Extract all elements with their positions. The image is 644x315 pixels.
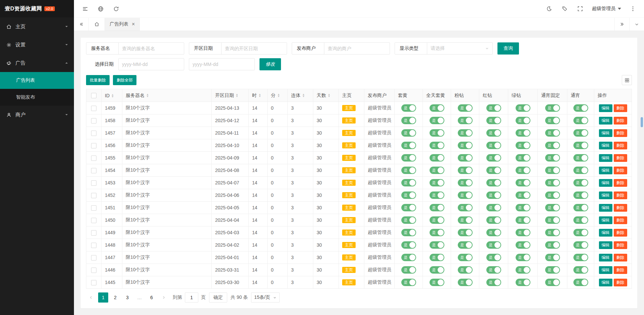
toggle-taohuang[interactable]: 是 [401,117,416,124]
delete-button[interactable]: 删除 [614,241,627,249]
pagination-prev-button[interactable] [86,292,96,303]
toggle-allday-taohuang[interactable]: 是 [430,191,444,199]
edit-button[interactable]: 编辑 [599,154,612,162]
toggle-hongzuan[interactable]: 是 [486,104,501,112]
toggle-hongzuan[interactable]: 是 [486,241,501,249]
toggle-taohuang[interactable]: 是 [401,154,416,162]
toggle-tongxiao[interactable]: 是 [573,266,588,274]
toggle-taohuang[interactable]: 是 [401,216,416,224]
toggle-tongxiao[interactable]: 是 [573,129,588,137]
toggle-hongzuan[interactable]: 是 [486,117,501,124]
toggle-hongzuan[interactable]: 是 [486,216,501,224]
open-date-input[interactable] [221,43,287,54]
toggle-tongxiao-fixed[interactable]: 是 [545,254,560,261]
tabs-scroll-left-button[interactable] [74,18,89,31]
search-button[interactable]: 查询 [497,42,519,55]
edit-button[interactable]: 编辑 [599,179,612,187]
delete-button[interactable]: 删除 [614,254,627,261]
row-checkbox[interactable] [91,180,96,186]
toggle-tongxiao[interactable]: 是 [573,179,588,186]
sort-icon[interactable]: ▲▼ [146,94,149,98]
toggle-fenzuan[interactable]: 是 [458,241,473,249]
row-checkbox[interactable] [91,118,96,124]
row-checkbox[interactable] [91,205,96,211]
toggle-tongxiao-fixed[interactable]: 是 [545,154,560,162]
toggle-allday-taohuang[interactable]: 是 [430,117,444,124]
page-size-select[interactable]: 15条/页 [251,292,279,303]
sidebar-item-merchant[interactable]: 商户 [0,106,74,124]
toggle-taohuang[interactable]: 是 [401,179,416,186]
toggle-fenzuan[interactable]: 是 [458,191,473,199]
sort-icon[interactable]: ▲▼ [258,94,261,98]
toggle-tongxiao-fixed[interactable]: 是 [545,279,560,286]
toggle-tongxiao-fixed[interactable]: 是 [545,104,560,112]
toggle-lvzuan[interactable]: 是 [516,154,530,162]
toggle-taohuang[interactable]: 是 [401,241,416,249]
toggle-fenzuan[interactable]: 是 [458,216,473,224]
toggle-allday-taohuang[interactable]: 是 [430,216,444,224]
column-filter-button[interactable] [622,75,632,85]
theme-button[interactable] [541,0,557,18]
edit-button[interactable]: 编辑 [599,129,612,137]
row-checkbox[interactable] [91,255,96,260]
toggle-lvzuan[interactable]: 是 [516,129,530,137]
toggle-allday-taohuang[interactable]: 是 [430,279,444,286]
edit-button[interactable]: 编辑 [599,229,612,237]
row-checkbox[interactable] [91,168,96,173]
toggle-lvzuan[interactable]: 是 [516,266,530,274]
toggle-lvzuan[interactable]: 是 [516,142,530,149]
toggle-hongzuan[interactable]: 是 [486,191,501,199]
tabs-scroll-right-button[interactable] [614,18,629,31]
toggle-fenzuan[interactable]: 是 [458,179,473,186]
toggle-allday-taohuang[interactable]: 是 [430,154,444,162]
close-icon[interactable]: × [132,22,135,27]
edit-button[interactable]: 编辑 [599,216,612,224]
toggle-allday-taohuang[interactable]: 是 [430,204,444,211]
col-header-hour[interactable]: 时▲▼ [249,89,268,102]
sidebar-item-ad-list[interactable]: 广告列表 [0,72,74,89]
toggle-tongxiao[interactable]: 是 [573,216,588,224]
toggle-fenzuan[interactable]: 是 [458,254,473,261]
toggle-lvzuan[interactable]: 是 [516,167,530,174]
toggle-allday-taohuang[interactable]: 是 [430,129,444,137]
tag-button[interactable] [557,0,572,18]
date-from-input[interactable] [118,58,184,70]
toggle-lvzuan[interactable]: 是 [516,229,530,236]
toggle-taohuang[interactable]: 是 [401,104,416,112]
toggle-allday-taohuang[interactable]: 是 [430,179,444,186]
toggle-hongzuan[interactable]: 是 [486,266,501,274]
toggle-hongzuan[interactable]: 是 [486,179,501,186]
edit-button[interactable]: 编辑 [599,204,612,212]
toggle-tongxiao[interactable]: 是 [573,241,588,249]
edit-button[interactable]: 编辑 [599,241,612,249]
modify-button[interactable]: 修改 [259,58,281,70]
sort-icon[interactable]: ▲▼ [111,94,114,98]
sidebar-item-settings[interactable]: 设置 [0,36,74,54]
toggle-fenzuan[interactable]: 是 [458,204,473,211]
refresh-button[interactable] [108,0,124,18]
toggle-taohuang[interactable]: 是 [401,266,416,274]
edit-button[interactable]: 编辑 [599,142,612,149]
toggle-tongxiao-fixed[interactable]: 是 [545,179,560,186]
toggle-fenzuan[interactable]: 是 [458,117,473,124]
delete-button[interactable]: 删除 [614,154,627,162]
toggle-fenzuan[interactable]: 是 [458,167,473,174]
delete-button[interactable]: 删除 [614,266,627,274]
delete-button[interactable]: 删除 [614,279,627,286]
pagination-page[interactable]: 1 [98,292,108,303]
edit-button[interactable]: 编辑 [599,279,612,286]
sort-icon[interactable]: ▲▼ [236,94,238,98]
user-dropdown[interactable]: 超级管理员 [588,0,625,18]
toggle-hongzuan[interactable]: 是 [486,129,501,137]
toggle-allday-taohuang[interactable]: 是 [430,241,444,249]
toggle-tongxiao-fixed[interactable]: 是 [545,117,560,124]
delete-all-button[interactable]: 删除全部 [113,75,136,85]
toggle-lvzuan[interactable]: 是 [516,216,530,224]
tabs-menu-button[interactable] [629,18,644,31]
sidebar-item-smart-publish[interactable]: 智能发布 [0,89,74,106]
edit-button[interactable]: 编辑 [599,254,612,261]
sort-icon[interactable]: ▲▼ [328,94,330,98]
toggle-tongxiao-fixed[interactable]: 是 [545,229,560,236]
edit-button[interactable]: 编辑 [599,191,612,199]
toggle-allday-taohuang[interactable]: 是 [430,104,444,112]
